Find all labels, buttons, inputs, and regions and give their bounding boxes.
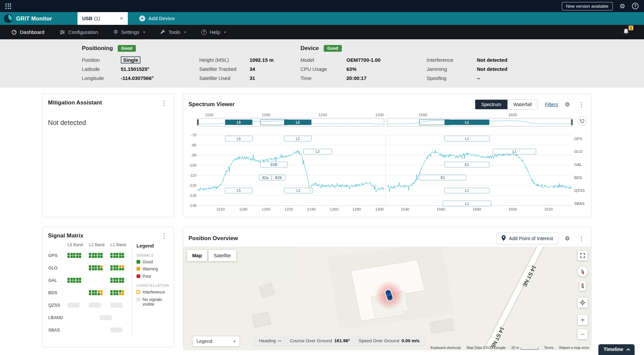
- dashboard-content: Mitigation Assistant ⋮ Not detected Spec…: [0, 88, 644, 347]
- chevron-down-icon[interactable]: ▾: [143, 30, 145, 34]
- svg-text:-110: -110: [189, 173, 197, 177]
- signal-square: [98, 265, 100, 268]
- new-version-button[interactable]: New version available: [562, 2, 613, 10]
- signal-square: [116, 280, 118, 283]
- field-label: Spoofing: [427, 75, 477, 81]
- north-indicator-button[interactable]: N: [579, 281, 586, 291]
- chevron-down-icon[interactable]: ▾: [184, 30, 186, 34]
- signal-square: [116, 290, 118, 293]
- chevron-down-icon[interactable]: ▾: [224, 30, 226, 34]
- close-icon[interactable]: ×: [110, 16, 123, 21]
- svg-text:L1: L1: [465, 121, 469, 124]
- signal-square: [76, 256, 78, 258]
- signal-cell: [110, 253, 124, 258]
- nav-dashboard[interactable]: Dashboard: [11, 29, 44, 35]
- nav-label: Configuration: [68, 29, 98, 35]
- add-poi-button[interactable]: Add Point of Interest: [496, 232, 558, 245]
- field-value: Not detected: [477, 57, 507, 63]
- kebab-menu-icon[interactable]: ⋮: [577, 101, 586, 108]
- terms-link[interactable]: Terms: [544, 346, 554, 350]
- spectrum-chart[interactable]: 115012001250130015501600-70-80-90-100-11…: [188, 112, 587, 213]
- field-label: Time: [301, 75, 346, 81]
- signal-square: [119, 268, 121, 270]
- keyboard-shortcuts-link[interactable]: Keyboard shortcuts: [431, 346, 461, 350]
- svg-text:B1: B1: [440, 176, 445, 180]
- svg-text:1580: 1580: [473, 207, 481, 211]
- mitigation-status: Not detected: [43, 109, 174, 137]
- map-attribution: Keyboard shortcuts Map Data ©2024 Google…: [431, 346, 589, 350]
- no-signal-cell: [100, 315, 112, 320]
- gear-icon[interactable]: ⚙: [620, 3, 625, 9]
- nav-label: Dashboard: [20, 29, 44, 35]
- report-map-error-link[interactable]: Report a map error: [559, 346, 589, 350]
- filters-link[interactable]: Filters: [545, 102, 558, 107]
- legend-item: Poor: [137, 274, 169, 279]
- nav-help[interactable]: ? Help ▾: [201, 29, 226, 35]
- device-field: ModelOEM7700-1.00: [301, 57, 420, 63]
- my-location-button[interactable]: [578, 298, 588, 308]
- field-label: CPU Usage: [301, 66, 346, 72]
- add-device-button[interactable]: + Add Device: [132, 12, 181, 25]
- waterfall-toggle-button[interactable]: Waterfall: [507, 100, 538, 109]
- field-label: Latitude: [82, 66, 121, 72]
- satellite-button[interactable]: Satellite: [209, 250, 236, 261]
- top-bar: New version available ⚙ ?: [0, 0, 644, 12]
- signal-square: [100, 268, 103, 270]
- signal-square: [95, 265, 97, 268]
- device-field: Spoofing--: [427, 75, 507, 81]
- map-legend-dropdown[interactable]: Legend ▾: [192, 336, 240, 347]
- field-value: Not detected: [477, 66, 507, 72]
- svg-text:L2: L2: [316, 149, 320, 153]
- svg-text:1150: 1150: [205, 113, 213, 117]
- svg-text:1300: 1300: [375, 207, 384, 211]
- nav-settings[interactable]: ⚙ Settings ▾: [114, 29, 145, 35]
- signal-square: [92, 265, 94, 268]
- tab-usb[interactable]: USB (1) ×: [77, 12, 128, 25]
- signal-cell: [110, 290, 124, 296]
- notifications-button[interactable]: 1: [623, 28, 629, 36]
- positioning-field: PositionSingle: [82, 56, 193, 63]
- svg-text:B2a: B2a: [262, 176, 269, 180]
- signal-square: [98, 268, 100, 270]
- svg-text:QZSS: QZSS: [574, 188, 585, 192]
- signal-cell: [67, 278, 81, 283]
- spectrum-toggle-button[interactable]: Spectrum: [475, 100, 507, 109]
- kebab-menu-icon[interactable]: ⋮: [159, 100, 169, 106]
- svg-text:-90: -90: [191, 153, 197, 157]
- timeline-label: Timeline: [603, 347, 623, 352]
- compass-control[interactable]: [578, 267, 588, 277]
- svg-text:GLO: GLO: [574, 149, 582, 153]
- signal-square: [122, 278, 124, 280]
- signal-square: [122, 290, 124, 293]
- nav-tools[interactable]: Tools ▾: [160, 29, 186, 35]
- signal-square: [119, 293, 121, 295]
- gear-icon[interactable]: ⚙: [565, 236, 570, 241]
- field-value: 20:00:17: [346, 75, 367, 81]
- map-button[interactable]: Map: [187, 250, 207, 261]
- signal-square: [89, 268, 91, 270]
- app-header: GRIT Monitor USB (1) × + Add Device: [0, 12, 644, 25]
- gear-icon[interactable]: ⚙: [565, 102, 570, 107]
- svg-text:L1: L1: [465, 188, 469, 192]
- kebab-menu-icon[interactable]: ⋮: [159, 233, 169, 239]
- signal-row-lband: LBAND: [48, 311, 132, 324]
- app-grid-icon[interactable]: [5, 3, 11, 9]
- signal-square: [73, 280, 75, 283]
- device-field: JammingNot detected: [427, 66, 507, 72]
- zoom-out-button[interactable]: −: [578, 329, 588, 339]
- zoom-in-button[interactable]: +: [578, 315, 588, 325]
- signal-square: [67, 278, 70, 280]
- cog-value: 161.98°: [334, 338, 350, 343]
- svg-text:1200: 1200: [262, 207, 270, 211]
- spectrum-viewer-card: Spectrum Viewer Spectrum Waterfall Filte…: [183, 94, 591, 217]
- fullscreen-button[interactable]: [578, 251, 588, 261]
- signal-cell: [89, 265, 103, 271]
- nav-configuration[interactable]: Configuration: [60, 29, 98, 35]
- signal-square: [89, 265, 91, 268]
- kebab-menu-icon[interactable]: ⋮: [577, 235, 586, 242]
- reset-zoom-button[interactable]: [578, 116, 587, 126]
- field-value: 31: [250, 75, 255, 81]
- signal-row-glo: GLO: [48, 262, 132, 274]
- timeline-button[interactable]: Timeline: [598, 344, 635, 355]
- help-icon[interactable]: ?: [632, 3, 639, 9]
